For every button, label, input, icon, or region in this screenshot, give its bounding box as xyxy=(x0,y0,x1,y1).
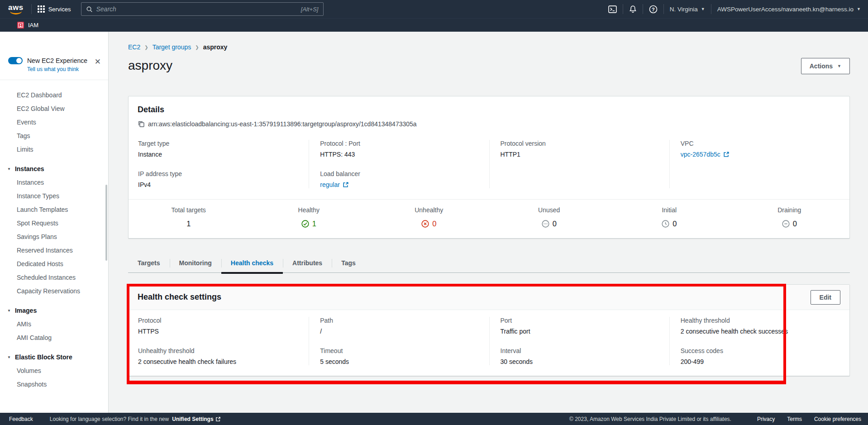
details-heading: Details xyxy=(138,105,840,115)
field-value: 30 seconds xyxy=(501,358,658,365)
topbar-divider xyxy=(663,4,664,14)
services-label: Services xyxy=(48,6,71,13)
sidebar-item-instance-types[interactable]: Instance Types xyxy=(0,189,108,203)
sidebar-scrollbar[interactable] xyxy=(105,185,107,261)
account-label: AWSPowerUserAccess/navaneeth.kn@harness.… xyxy=(717,6,854,13)
tab-health-checks[interactable]: Health checks xyxy=(221,255,283,272)
health-check-column-2: Path / Timeout 5 seconds xyxy=(309,317,489,365)
sidebar-item-spot-requests[interactable]: Spot Requests xyxy=(0,216,108,230)
details-column-3: Protocol version HTTP1 xyxy=(489,140,669,188)
sidebar-item-launch-templates[interactable]: Launch Templates xyxy=(0,203,108,216)
copyright-text: © 2023, Amazon Web Services India Privat… xyxy=(569,416,731,422)
vpc-link[interactable]: vpc-2657db5c xyxy=(681,151,720,158)
aws-smile-arc xyxy=(10,11,22,14)
field-value: Instance xyxy=(138,151,298,158)
field-label: VPC xyxy=(681,140,839,147)
ellipsis-circle-icon xyxy=(542,220,549,228)
breadcrumb-ec2-link[interactable]: EC2 xyxy=(128,43,140,51)
chevron-down-icon: ▼ xyxy=(857,7,861,11)
load-balancer-link[interactable]: regular xyxy=(320,181,340,188)
sidebar-item-ami-catalog[interactable]: AMI Catalog xyxy=(0,331,108,344)
sidebar-item-limits[interactable]: Limits xyxy=(0,143,108,156)
tab-attributes[interactable]: Attributes xyxy=(283,255,332,272)
field-label: Port xyxy=(501,317,658,324)
chevron-down-icon: ▼ xyxy=(701,7,705,11)
details-card: Details arn:aws:elasticloadbalancing:us-… xyxy=(128,96,850,239)
unified-settings-link[interactable]: Unified Settings xyxy=(172,416,220,422)
tab-targets[interactable]: Targets xyxy=(128,255,170,272)
x-circle-icon xyxy=(421,220,429,228)
main-content: EC2 ❯ Target groups ❯ asproxy asproxy Ac… xyxy=(109,32,868,413)
health-check-settings-heading: Health check settings xyxy=(138,292,221,302)
iam-shortcut-link[interactable]: IAM xyxy=(28,22,38,29)
target-group-arn: arn:aws:elasticloadbalancing:us-east-1:3… xyxy=(148,120,417,128)
sidebar-item-events[interactable]: Events xyxy=(0,115,108,129)
sidebar-item-reserved-instances[interactable]: Reserved Instances xyxy=(0,244,108,257)
aws-logo-text: aws xyxy=(8,4,24,11)
tell-us-link[interactable]: Tell us what you think xyxy=(27,66,101,72)
sidebar-section-elastic-block-store[interactable]: ▼ Elastic Block Store xyxy=(0,350,108,364)
breadcrumb-target-groups-link[interactable]: Target groups xyxy=(153,43,191,51)
stat-draining: Draining 0 xyxy=(730,206,850,228)
field-label: Path xyxy=(320,317,478,324)
topbar-divider xyxy=(643,4,643,14)
close-icon[interactable]: ✕ xyxy=(95,58,101,66)
sidebar-item-scheduled-instances[interactable]: Scheduled Instances xyxy=(0,271,108,284)
triangle-down-icon: ▼ xyxy=(7,355,11,359)
sidebar-item-ec2-dashboard[interactable]: EC2 Dashboard xyxy=(0,88,108,102)
aws-logo[interactable]: aws xyxy=(8,4,24,14)
global-search-box[interactable]: [Alt+S] xyxy=(81,2,324,16)
copy-arn-icon[interactable] xyxy=(138,120,145,128)
field-value: HTTP1 xyxy=(501,151,658,158)
topbar-divider xyxy=(623,4,623,14)
edit-button[interactable]: Edit xyxy=(811,290,840,305)
notifications-bell-button[interactable] xyxy=(629,5,637,13)
external-link-icon xyxy=(723,151,730,158)
top-navigation-bar: aws Services [Alt+S] ? N. Virgin xyxy=(0,0,868,18)
iam-service-icon[interactable] xyxy=(17,22,24,29)
field-label: Success codes xyxy=(681,347,839,354)
sidebar-item-capacity-reservations[interactable]: Capacity Reservations xyxy=(0,284,108,298)
page-title: asproxy xyxy=(128,57,850,75)
help-button[interactable]: ? xyxy=(649,5,658,14)
stat-healthy: Healthy 1 xyxy=(249,206,369,228)
field-value: 5 seconds xyxy=(320,358,478,365)
new-experience-toggle[interactable] xyxy=(8,57,23,64)
chevron-right-icon: ❯ xyxy=(195,45,199,50)
field-label: Protocol : Port xyxy=(320,140,478,147)
cloudshell-button[interactable] xyxy=(608,5,617,13)
stat-total-targets: Total targets 1 xyxy=(129,206,249,228)
svg-text:?: ? xyxy=(652,6,655,12)
cookie-preferences-link[interactable]: Cookie preferences xyxy=(814,416,861,422)
field-label: IP address type xyxy=(138,170,298,177)
field-value: IPv4 xyxy=(138,181,298,188)
field-label: Protocol version xyxy=(501,140,658,147)
account-menu[interactable]: AWSPowerUserAccess/navaneeth.kn@harness.… xyxy=(717,6,861,13)
feedback-link[interactable]: Feedback xyxy=(9,416,33,422)
tab-monitoring[interactable]: Monitoring xyxy=(170,255,221,272)
sidebar-item-volumes[interactable]: Volumes xyxy=(0,364,108,377)
region-label: N. Virginia xyxy=(670,6,698,13)
actions-button[interactable]: Actions ▼ xyxy=(801,58,850,74)
sidebar-item-tags[interactable]: Tags xyxy=(0,129,108,143)
sidebar-item-instances[interactable]: Instances xyxy=(0,176,108,189)
sidebar-item-ec2-global-view[interactable]: EC2 Global View xyxy=(0,102,108,115)
new-experience-title: New EC2 Experience xyxy=(27,57,87,64)
breadcrumb-current: asproxy xyxy=(203,43,228,51)
sidebar-section-instances[interactable]: ▼ Instances xyxy=(0,162,108,176)
sidebar-item-savings-plans[interactable]: Savings Plans xyxy=(0,230,108,244)
breadcrumb: EC2 ❯ Target groups ❯ asproxy xyxy=(128,43,850,51)
search-input[interactable] xyxy=(96,5,297,13)
field-label: Timeout xyxy=(320,347,478,354)
field-label: Unhealthy threshold xyxy=(138,347,298,354)
sidebar-item-amis[interactable]: AMIs xyxy=(0,317,108,331)
region-selector[interactable]: N. Virginia ▼ xyxy=(670,6,705,13)
services-menu-button[interactable]: Services xyxy=(38,5,71,13)
terms-link[interactable]: Terms xyxy=(787,416,802,422)
privacy-link[interactable]: Privacy xyxy=(757,416,775,422)
sidebar-item-dedicated-hosts[interactable]: Dedicated Hosts xyxy=(0,257,108,271)
field-value: HTTPS: 443 xyxy=(320,151,478,158)
sidebar-section-images[interactable]: ▼ Images xyxy=(0,304,108,317)
tab-tags[interactable]: Tags xyxy=(332,255,365,272)
sidebar-item-snapshots[interactable]: Snapshots xyxy=(0,377,108,391)
